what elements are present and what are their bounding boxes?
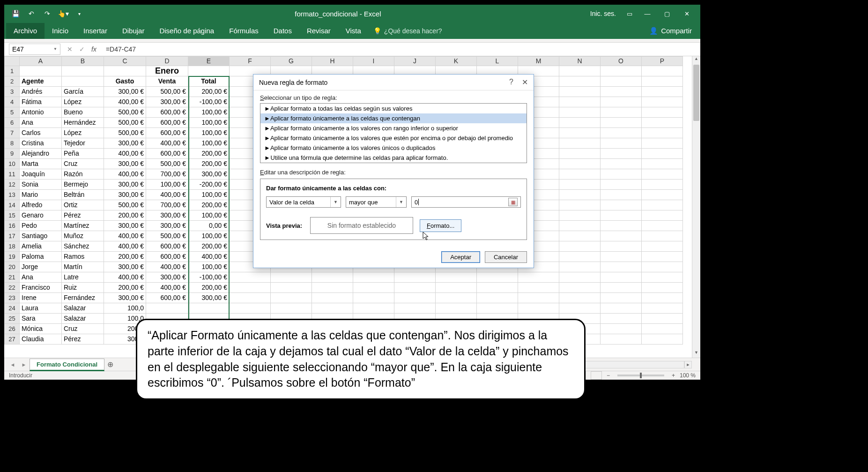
cell[interactable]: 400,00 € xyxy=(104,272,146,282)
cell[interactable] xyxy=(271,282,312,292)
cell[interactable]: Bueno xyxy=(62,107,104,117)
cell[interactable]: Hernández xyxy=(62,117,104,127)
cell[interactable]: Alejandro xyxy=(20,148,62,158)
tab-vista[interactable]: Vista xyxy=(338,23,369,39)
cell[interactable]: 600,00 € xyxy=(146,251,188,262)
tab-archivo[interactable]: Archivo xyxy=(6,23,45,39)
cell[interactable] xyxy=(559,262,601,272)
cell[interactable]: -100,00 € xyxy=(188,97,230,107)
cell[interactable] xyxy=(312,292,353,303)
row-header[interactable]: 21 xyxy=(5,272,20,282)
column-header[interactable]: M xyxy=(518,56,559,66)
cell[interactable]: Ruiz xyxy=(62,282,104,292)
row-header[interactable]: 4 xyxy=(5,97,20,107)
name-box[interactable]: E47 ▼ xyxy=(9,44,60,55)
cell[interactable]: Santiago xyxy=(20,231,62,241)
tab-insertar[interactable]: Insertar xyxy=(76,23,115,39)
cell[interactable] xyxy=(642,86,683,97)
cell[interactable]: 500,00 € xyxy=(104,200,146,210)
cell[interactable]: 100,0 xyxy=(104,303,146,313)
cell[interactable]: Carlos xyxy=(20,127,62,138)
column-header[interactable]: A xyxy=(20,56,62,66)
cell[interactable]: Ramos xyxy=(62,251,104,262)
cell[interactable] xyxy=(642,303,683,313)
cell[interactable]: Ortiz xyxy=(62,200,104,210)
cell[interactable] xyxy=(559,138,601,148)
cell[interactable] xyxy=(601,138,642,148)
cell[interactable] xyxy=(146,303,188,313)
row-header[interactable]: 14 xyxy=(5,200,20,210)
row-header[interactable]: 19 xyxy=(5,251,20,262)
cell[interactable]: 500,00 € xyxy=(104,117,146,127)
cell[interactable] xyxy=(601,86,642,97)
column-header[interactable]: P xyxy=(642,56,683,66)
cell[interactable]: 500,00 € xyxy=(104,127,146,138)
cell[interactable] xyxy=(271,292,312,303)
cell[interactable]: 200,00 € xyxy=(188,148,230,158)
cell[interactable]: Mario xyxy=(20,189,62,200)
hscroll-right-icon[interactable]: ► xyxy=(684,361,692,368)
column-header[interactable]: G xyxy=(271,56,312,66)
cell[interactable]: 300,00 € xyxy=(104,262,146,272)
cell[interactable] xyxy=(601,282,642,292)
row-header[interactable]: 16 xyxy=(5,220,20,231)
cell[interactable] xyxy=(601,272,642,282)
column-header[interactable]: E xyxy=(188,56,230,66)
tab-diseno[interactable]: Diseño de página xyxy=(152,23,222,39)
minimize-icon[interactable]: — xyxy=(638,7,656,20)
cell[interactable]: Fernández xyxy=(62,292,104,303)
cell[interactable]: 200,00 € xyxy=(104,251,146,262)
row-header[interactable]: 23 xyxy=(5,292,20,303)
column-header[interactable]: D xyxy=(146,56,188,66)
sign-in-button[interactable]: Inic. ses. xyxy=(586,7,621,20)
column-header[interactable]: L xyxy=(477,56,518,66)
cell[interactable] xyxy=(642,251,683,262)
column-header[interactable]: F xyxy=(230,56,271,66)
range-selector-icon[interactable]: ▦ xyxy=(508,198,518,206)
rule-type-list[interactable]: ► Aplicar formato a todas las celdas seg… xyxy=(260,103,527,163)
sheet-nav-next-icon[interactable]: ► xyxy=(18,362,30,367)
column-header[interactable]: O xyxy=(601,56,642,66)
cell[interactable] xyxy=(477,282,518,292)
cell[interactable]: Irene xyxy=(20,292,62,303)
column-header[interactable]: N xyxy=(559,56,601,66)
cell[interactable]: Marta xyxy=(20,158,62,169)
cell[interactable]: 400,00 € xyxy=(104,241,146,251)
tab-revisar[interactable]: Revisar xyxy=(299,23,338,39)
cell[interactable] xyxy=(601,189,642,200)
cell[interactable] xyxy=(477,292,518,303)
cell[interactable]: Martínez xyxy=(62,220,104,231)
cell[interactable] xyxy=(642,262,683,272)
cell[interactable] xyxy=(559,107,601,117)
formula-input[interactable]: =D47-C47 xyxy=(101,45,700,53)
row-header[interactable]: 25 xyxy=(5,313,20,323)
cell[interactable]: Sánchez xyxy=(62,241,104,251)
cell[interactable] xyxy=(188,303,230,313)
row-header[interactable]: 2 xyxy=(5,76,20,86)
sheet-nav-prev-icon[interactable]: ◄ xyxy=(7,362,18,367)
cell[interactable]: Pedo xyxy=(20,220,62,231)
operator-dropdown[interactable]: mayor que ▼ xyxy=(346,196,407,208)
cell[interactable] xyxy=(601,127,642,138)
cell[interactable]: 200,00 € xyxy=(188,282,230,292)
cell[interactable] xyxy=(642,179,683,189)
cell[interactable]: Ana xyxy=(20,117,62,127)
ribbon-display-icon[interactable]: ▭ xyxy=(623,7,637,20)
cell[interactable]: 500,00 € xyxy=(104,107,146,117)
column-header[interactable]: H xyxy=(312,56,353,66)
qat-customize-icon[interactable]: ▾ xyxy=(73,7,86,20)
cell[interactable] xyxy=(271,303,312,313)
dialog-close-icon[interactable]: ✕ xyxy=(522,78,528,87)
cell[interactable]: 400,00 € xyxy=(104,169,146,179)
cell[interactable] xyxy=(601,148,642,158)
cell[interactable]: Bermejo xyxy=(62,179,104,189)
cell[interactable]: Genaro xyxy=(20,210,62,220)
cell[interactable] xyxy=(559,169,601,179)
cell[interactable] xyxy=(559,292,601,303)
cell[interactable]: 600,00 € xyxy=(146,117,188,127)
cell[interactable] xyxy=(436,282,477,292)
cell[interactable]: 300,00 € xyxy=(104,220,146,231)
cell[interactable]: 100,00 € xyxy=(146,179,188,189)
cell[interactable]: Laura xyxy=(20,303,62,313)
cell[interactable] xyxy=(642,97,683,107)
